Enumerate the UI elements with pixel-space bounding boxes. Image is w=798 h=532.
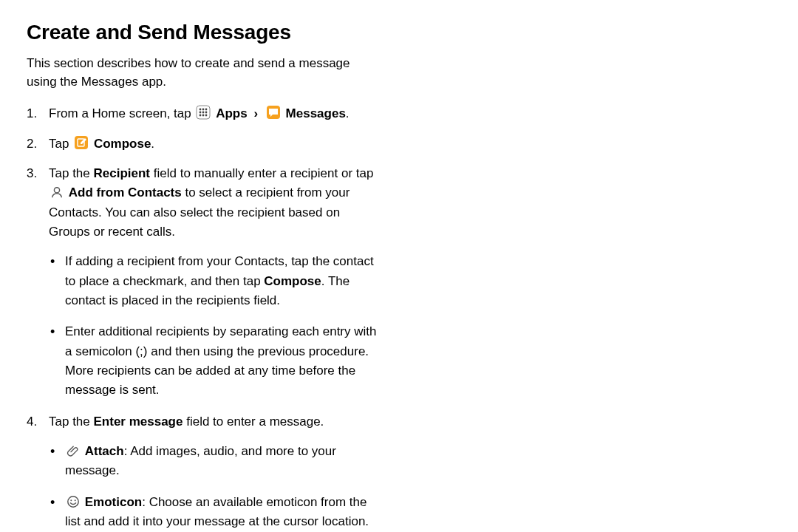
svg-point-15 xyxy=(70,499,72,501)
recipient-label: Recipient xyxy=(94,166,151,180)
attach-label: Attach xyxy=(85,444,124,458)
step-3-b: field to manually enter a recipient or t… xyxy=(150,166,373,180)
step-1: From a Home screen, tap Apps › xyxy=(27,104,381,123)
svg-point-2 xyxy=(202,109,205,111)
document-page: Create and Send Messages This section de… xyxy=(0,0,798,532)
content-columns: Create and Send Messages This section de… xyxy=(27,21,771,532)
step-4-attach: Attach: Add images, audio, and more to y… xyxy=(49,442,381,481)
svg-point-7 xyxy=(200,115,202,117)
emoticon-icon xyxy=(66,495,80,508)
step-1-pre: From a Home screen, tap xyxy=(49,106,194,120)
step-3-sub-1: If adding a recipient from your Contacts… xyxy=(49,252,381,310)
step-4-subbullets: Attach: Add images, audio, and more to y… xyxy=(49,442,381,531)
step-3-a: Tap the xyxy=(49,166,94,180)
intro-text: This section describes how to create and… xyxy=(27,55,381,91)
svg-point-1 xyxy=(200,109,202,111)
contact-icon xyxy=(50,185,64,199)
ordered-steps: From a Home screen, tap Apps › xyxy=(27,104,381,532)
step-4-a: Tap the xyxy=(49,415,94,429)
svg-point-4 xyxy=(200,112,202,114)
step-1-post: . xyxy=(346,106,349,120)
step-2-post: . xyxy=(151,137,154,151)
compose-inline-label: Compose xyxy=(264,274,321,288)
page-title: Create and Send Messages xyxy=(27,21,381,44)
enter-message-label: Enter message xyxy=(94,415,183,429)
svg-point-5 xyxy=(202,112,205,114)
svg-point-3 xyxy=(205,109,208,111)
svg-point-13 xyxy=(54,188,59,193)
step-4-emoticon: Emoticon: Choose an available emoticon f… xyxy=(49,493,381,532)
svg-point-14 xyxy=(68,497,78,507)
emoticon-label: Emoticon xyxy=(85,495,142,509)
step-3-subbullets: If adding a recipient from your Contacts… xyxy=(49,252,381,400)
add-from-contacts-label: Add from Contacts xyxy=(69,185,182,200)
svg-point-9 xyxy=(205,115,208,117)
svg-point-8 xyxy=(202,115,205,117)
apps-icon xyxy=(196,105,211,120)
compose-label: Compose xyxy=(94,137,151,151)
svg-point-6 xyxy=(205,112,208,114)
compose-icon xyxy=(74,135,89,150)
step-4-b: field to enter a message. xyxy=(183,415,324,429)
step-3: Tap the Recipient field to manually ente… xyxy=(27,164,381,400)
chevron-right-icon: › xyxy=(253,104,258,123)
step-4: Tap the Enter message field to enter a m… xyxy=(27,412,381,532)
step-2: Tap Compose. xyxy=(27,134,381,154)
messages-label: Messages xyxy=(286,106,346,120)
messages-icon xyxy=(266,105,281,120)
apps-label: Apps xyxy=(216,106,248,120)
svg-point-16 xyxy=(75,499,76,501)
attach-icon xyxy=(66,444,80,457)
step-3-sub-2: Enter additional recipients by separatin… xyxy=(49,322,381,400)
step-2-pre: Tap xyxy=(49,137,72,151)
